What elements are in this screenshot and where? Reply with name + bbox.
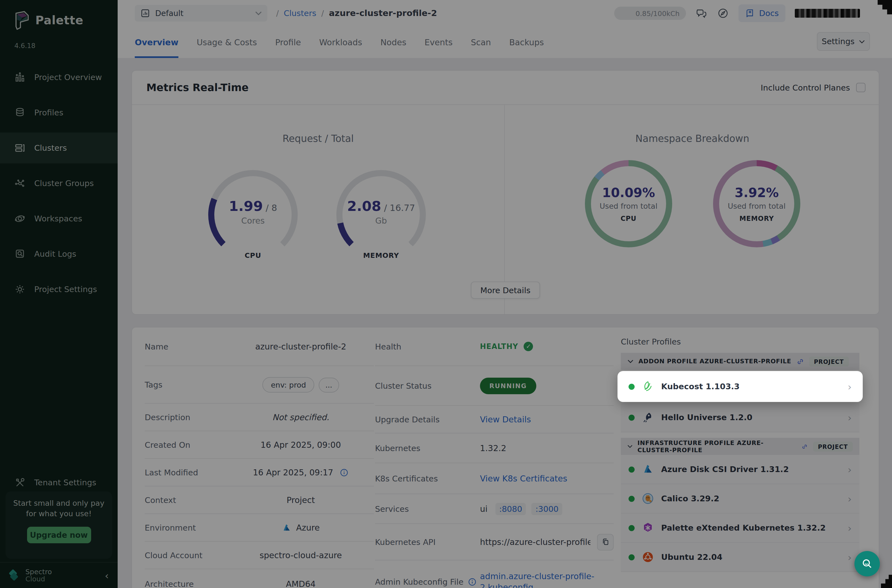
audit-doc-icon — [14, 249, 26, 260]
cpu-donut-pct: 10.09% — [602, 185, 655, 200]
cluster-name-value: azure-cluster-profile-2 — [228, 342, 374, 351]
detail-row-health: Health HEALTHY ✓ — [375, 327, 614, 366]
service-port-link[interactable]: :3000 — [532, 503, 563, 515]
sidebar-item-audit-logs[interactable]: Audit Logs — [0, 238, 118, 269]
tab-backups[interactable]: Backups — [509, 27, 544, 58]
request-total-section: Request / Total 1.99 / 8 Cores CPU — [132, 104, 504, 314]
detail-row-tags: Tags env: prod... — [145, 366, 374, 404]
detail-label: Context — [145, 495, 228, 504]
sidebar-item-label: Clusters — [34, 144, 67, 152]
memory-donut-label: MEMORY — [739, 214, 774, 222]
profile-row-ubuntu[interactable]: Ubuntu 22.04 › — [621, 543, 859, 572]
infrastructure-profile-header[interactable]: INFRASTRUCTURE PROFILE AZURE-CLUSTER-PRO… — [621, 438, 859, 455]
environment-text: Azure — [296, 523, 320, 532]
addon-profile-name: ADDON PROFILE AZURE-CLUSTER-PROFILE — [638, 358, 791, 365]
tags-more-button[interactable]: ... — [319, 377, 339, 392]
tab-profile[interactable]: Profile — [275, 27, 301, 58]
tab-workloads[interactable]: Workloads — [319, 27, 362, 58]
status-dot-icon — [629, 525, 635, 531]
infrastructure-profile-name: INFRASTRUCTURE PROFILE AZURE-CLUSTER-PRO… — [637, 439, 796, 453]
detail-label: Created On — [145, 440, 228, 449]
tab-overview[interactable]: Overview — [135, 27, 179, 58]
profile-row-pxk[interactable]: Palette eXtended Kubernetes 1.32.2 › — [621, 513, 859, 543]
kubernetes-version-value: 1.32.2 — [480, 443, 506, 453]
include-control-planes-checkbox[interactable] — [856, 83, 865, 92]
screen-corner-artifact — [881, 575, 892, 588]
chat-icon[interactable] — [696, 7, 708, 20]
info-icon[interactable] — [468, 578, 477, 586]
servers-icon — [14, 142, 26, 153]
kubernetes-api-value: https://azure-cluster-profile... — [480, 537, 590, 547]
breadcrumb-clusters-link[interactable]: Clusters — [284, 9, 316, 18]
service-port-link[interactable]: :8080 — [495, 503, 526, 515]
gear-icon — [14, 284, 26, 295]
tab-scan[interactable]: Scan — [471, 27, 491, 58]
network-icon — [14, 178, 26, 189]
copy-button[interactable] — [597, 534, 614, 550]
detail-row-services: Services ui :8080 :3000 — [375, 494, 614, 524]
spectro-cloud-logo-icon — [9, 570, 20, 581]
settings-label: Settings — [822, 37, 855, 46]
description-value: Not specified. — [228, 412, 374, 422]
chevron-right-icon: › — [848, 464, 852, 475]
view-k8s-certificates-link[interactable]: View K8s Certificates — [480, 473, 567, 483]
cluster-details-card: Name azure-cluster-profile-2 Tags env: p… — [131, 327, 879, 588]
detail-row-created-on: Created On 16 Apr 2025, 09:00 — [145, 431, 374, 459]
sidebar-item-project-settings[interactable]: Project Settings — [0, 274, 118, 305]
project-selector[interactable]: Default — [135, 5, 267, 21]
detail-label: Upgrade Details — [375, 415, 480, 424]
palette-logo-icon — [13, 11, 30, 30]
sidebar-item-cluster-groups[interactable]: Cluster Groups — [0, 168, 118, 199]
architecture-value: AMD64 — [228, 579, 374, 588]
metrics-card: Metrics Real-Time Include Control Planes… — [131, 70, 879, 315]
sidebar-item-label: Cluster Groups — [34, 179, 94, 188]
azure-icon — [642, 463, 654, 476]
addon-profile-header[interactable]: ADDON PROFILE AZURE-CLUSTER-PROFILE PROJ… — [621, 353, 859, 370]
tab-usage-costs[interactable]: Usage & Costs — [197, 27, 257, 58]
cpu-gauge-unit: Cores — [241, 216, 264, 226]
profile-row-calico[interactable]: Calico 3.29.2 › — [621, 484, 859, 513]
profile-row-kubecost[interactable]: Kubecost 1.103.3 › — [617, 371, 863, 402]
project-badge: PROJECT — [809, 356, 848, 366]
calico-icon — [642, 492, 654, 505]
view-details-link[interactable]: View Details — [480, 414, 531, 424]
profile-row-hello-universe[interactable]: Hello Universe 1.2.0 › — [621, 403, 859, 432]
detail-row-last-modified: Last Modified 16 Apr 2025, 09:17 — [145, 459, 374, 486]
docs-label: Docs — [759, 9, 779, 18]
sidebar-item-clusters[interactable]: Clusters — [0, 132, 118, 164]
sidebar-collapse-icon[interactable]: ‹ — [105, 570, 109, 581]
tab-events[interactable]: Events — [425, 27, 453, 58]
sidebar-item-workspaces[interactable]: Workspaces — [0, 203, 118, 234]
detail-label: Services — [375, 504, 480, 513]
sidebar-item-profiles[interactable]: Profiles — [0, 97, 118, 128]
memory-donut-caption: Used from total — [728, 201, 785, 210]
brand-bottom: Cloud — [26, 575, 52, 583]
tabs: Overview Usage & Costs Profile Workloads… — [135, 27, 544, 58]
info-icon[interactable] — [340, 468, 348, 477]
kubeconfig-file-link[interactable]: admin.azure-cluster-profile-2.kubeconfig — [480, 571, 597, 588]
promo-text-line1: Start small and only pay — [6, 498, 112, 508]
detail-label: Environment — [145, 523, 228, 532]
search-fab-button[interactable] — [854, 551, 880, 576]
detail-row-context: Context Project — [145, 486, 374, 514]
settings-button[interactable]: Settings — [817, 32, 870, 51]
profile-row-azure-disk-csi[interactable]: Azure Disk CSI Driver 1.31.2 › — [621, 455, 859, 484]
docs-button[interactable]: Docs — [739, 4, 785, 22]
environment-value: Azure — [228, 523, 374, 532]
more-details-button[interactable]: More Details — [471, 282, 540, 299]
chevron-down-icon — [859, 39, 865, 44]
project-selector-value: Default — [155, 9, 250, 18]
cpu-donut: 10.09% Used from total CPU — [585, 160, 672, 248]
cluster-profiles-title: Cluster Profiles — [621, 338, 859, 346]
project-badge: PROJECT — [813, 441, 853, 452]
detail-label: Architecture — [145, 580, 228, 588]
details-middle-column: Health HEALTHY ✓ Cluster Status RUNNING … — [375, 327, 614, 588]
memory-donut-pct: 3.92% — [734, 185, 779, 200]
hello-universe-icon — [642, 411, 654, 423]
link-icon — [796, 357, 804, 365]
compass-icon[interactable] — [717, 7, 729, 20]
upgrade-now-button[interactable]: Upgrade now — [27, 527, 91, 543]
sidebar-item-project-overview[interactable]: Project Overview — [0, 62, 118, 93]
tab-nodes[interactable]: Nodes — [380, 27, 406, 58]
redacted-username[interactable] — [795, 9, 860, 18]
